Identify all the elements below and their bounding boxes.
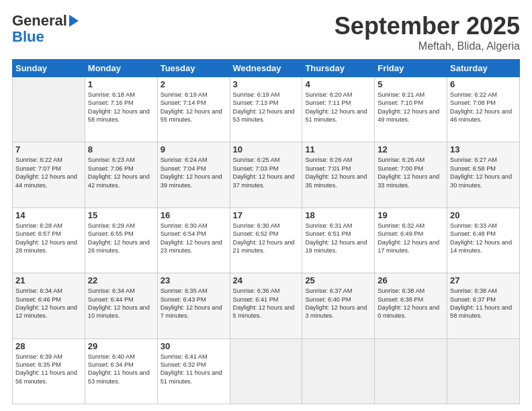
cell-details: Sunrise: 6:38 AM Sunset: 6:38 PM Dayligh… — [378, 287, 444, 320]
day-number: 4 — [305, 79, 371, 89]
table-cell: 24Sunrise: 6:36 AM Sunset: 6:41 PM Dayli… — [230, 273, 302, 338]
cell-details: Sunrise: 6:19 AM Sunset: 7:13 PM Dayligh… — [233, 91, 300, 124]
day-number: 21 — [15, 275, 82, 285]
month-title: September 2025 — [335, 12, 520, 40]
table-cell: 1Sunrise: 6:18 AM Sunset: 7:16 PM Daylig… — [85, 77, 157, 142]
day-number: 13 — [450, 144, 517, 154]
day-number: 23 — [161, 275, 227, 285]
table-cell: 22Sunrise: 6:34 AM Sunset: 6:44 PM Dayli… — [85, 273, 157, 338]
calendar-header-row: Sunday Monday Tuesday Wednesday Thursday… — [13, 60, 520, 77]
table-cell — [447, 338, 520, 404]
table-cell: 10Sunrise: 6:25 AM Sunset: 7:03 PM Dayli… — [230, 142, 302, 208]
day-number: 5 — [378, 79, 444, 89]
table-cell: 5Sunrise: 6:21 AM Sunset: 7:10 PM Daylig… — [375, 77, 447, 142]
cell-details: Sunrise: 6:22 AM Sunset: 7:08 PM Dayligh… — [450, 91, 517, 124]
day-number: 17 — [233, 210, 300, 220]
day-number: 25 — [305, 275, 371, 285]
day-number: 27 — [450, 275, 517, 285]
table-cell: 12Sunrise: 6:26 AM Sunset: 7:00 PM Dayli… — [375, 142, 447, 208]
cell-details: Sunrise: 6:32 AM Sunset: 6:49 PM Dayligh… — [378, 222, 444, 255]
col-saturday: Saturday — [447, 60, 520, 77]
table-cell: 4Sunrise: 6:20 AM Sunset: 7:11 PM Daylig… — [302, 77, 375, 142]
day-number: 7 — [15, 144, 82, 154]
table-cell: 11Sunrise: 6:26 AM Sunset: 7:01 PM Dayli… — [302, 142, 375, 208]
col-wednesday: Wednesday — [230, 60, 302, 77]
table-cell: 25Sunrise: 6:37 AM Sunset: 6:40 PM Dayli… — [302, 273, 375, 338]
col-friday: Friday — [375, 60, 447, 77]
table-cell — [230, 338, 302, 404]
day-number: 15 — [88, 210, 154, 220]
day-number: 10 — [233, 144, 300, 154]
logo: General Blue — [12, 12, 79, 46]
cell-details: Sunrise: 6:40 AM Sunset: 6:34 PM Dayligh… — [88, 353, 154, 386]
logo-line2: Blue — [12, 28, 44, 46]
cell-details: Sunrise: 6:29 AM Sunset: 6:55 PM Dayligh… — [88, 222, 154, 255]
day-number: 30 — [161, 341, 227, 351]
day-number: 26 — [378, 275, 444, 285]
table-cell: 3Sunrise: 6:19 AM Sunset: 7:13 PM Daylig… — [230, 77, 302, 142]
day-number: 29 — [88, 341, 154, 351]
day-number: 22 — [88, 275, 154, 285]
location: Meftah, Blida, Algeria — [335, 40, 520, 52]
table-cell: 15Sunrise: 6:29 AM Sunset: 6:55 PM Dayli… — [85, 208, 157, 273]
table-cell: 27Sunrise: 6:38 AM Sunset: 6:37 PM Dayli… — [447, 273, 520, 338]
table-cell: 21Sunrise: 6:34 AM Sunset: 6:46 PM Dayli… — [13, 273, 85, 338]
cell-details: Sunrise: 6:23 AM Sunset: 7:06 PM Dayligh… — [88, 156, 154, 189]
table-cell: 14Sunrise: 6:28 AM Sunset: 6:57 PM Dayli… — [13, 208, 85, 273]
table-cell: 18Sunrise: 6:31 AM Sunset: 6:51 PM Dayli… — [302, 208, 375, 273]
table-cell: 8Sunrise: 6:23 AM Sunset: 7:06 PM Daylig… — [85, 142, 157, 208]
cell-details: Sunrise: 6:30 AM Sunset: 6:52 PM Dayligh… — [233, 222, 300, 255]
cell-details: Sunrise: 6:26 AM Sunset: 7:01 PM Dayligh… — [305, 156, 371, 189]
table-cell: 6Sunrise: 6:22 AM Sunset: 7:08 PM Daylig… — [447, 77, 520, 142]
table-cell: 29Sunrise: 6:40 AM Sunset: 6:34 PM Dayli… — [85, 338, 157, 404]
cell-details: Sunrise: 6:26 AM Sunset: 7:00 PM Dayligh… — [378, 156, 444, 189]
page: General Blue September 2025 Meftah, Blid… — [0, 0, 532, 411]
cell-details: Sunrise: 6:30 AM Sunset: 6:54 PM Dayligh… — [161, 222, 227, 255]
day-number: 28 — [15, 341, 82, 351]
table-cell: 13Sunrise: 6:27 AM Sunset: 6:58 PM Dayli… — [447, 142, 520, 208]
day-number: 20 — [450, 210, 517, 220]
cell-details: Sunrise: 6:41 AM Sunset: 6:32 PM Dayligh… — [161, 353, 227, 386]
cell-details: Sunrise: 6:39 AM Sunset: 6:35 PM Dayligh… — [15, 353, 82, 386]
table-cell: 9Sunrise: 6:24 AM Sunset: 7:04 PM Daylig… — [157, 142, 230, 208]
cell-details: Sunrise: 6:28 AM Sunset: 6:57 PM Dayligh… — [15, 222, 82, 255]
cell-details: Sunrise: 6:35 AM Sunset: 6:43 PM Dayligh… — [161, 287, 227, 320]
col-monday: Monday — [85, 60, 157, 77]
day-number: 1 — [88, 79, 154, 89]
logo-general: General — [12, 12, 67, 30]
table-cell: 2Sunrise: 6:19 AM Sunset: 7:14 PM Daylig… — [157, 77, 230, 142]
table-cell: 28Sunrise: 6:39 AM Sunset: 6:35 PM Dayli… — [13, 338, 85, 404]
logo-line1: General — [12, 12, 79, 30]
col-thursday: Thursday — [302, 60, 375, 77]
table-cell: 17Sunrise: 6:30 AM Sunset: 6:52 PM Dayli… — [230, 208, 302, 273]
day-number: 6 — [450, 79, 517, 89]
table-cell: 16Sunrise: 6:30 AM Sunset: 6:54 PM Dayli… — [157, 208, 230, 273]
table-cell — [13, 77, 85, 142]
cell-details: Sunrise: 6:27 AM Sunset: 6:58 PM Dayligh… — [450, 156, 517, 189]
table-cell — [302, 338, 375, 404]
day-number: 3 — [233, 79, 300, 89]
day-number: 9 — [161, 144, 227, 154]
cell-details: Sunrise: 6:33 AM Sunset: 6:48 PM Dayligh… — [450, 222, 517, 255]
cell-details: Sunrise: 6:31 AM Sunset: 6:51 PM Dayligh… — [305, 222, 371, 255]
table-cell: 30Sunrise: 6:41 AM Sunset: 6:32 PM Dayli… — [157, 338, 230, 404]
day-number: 18 — [305, 210, 371, 220]
day-number: 16 — [161, 210, 227, 220]
cell-details: Sunrise: 6:37 AM Sunset: 6:40 PM Dayligh… — [305, 287, 371, 320]
table-cell: 20Sunrise: 6:33 AM Sunset: 6:48 PM Dayli… — [447, 208, 520, 273]
day-number: 14 — [15, 210, 82, 220]
day-number: 12 — [378, 144, 444, 154]
cell-details: Sunrise: 6:22 AM Sunset: 7:07 PM Dayligh… — [15, 156, 82, 189]
cell-details: Sunrise: 6:34 AM Sunset: 6:46 PM Dayligh… — [15, 287, 82, 320]
cell-details: Sunrise: 6:38 AM Sunset: 6:37 PM Dayligh… — [450, 287, 517, 320]
col-sunday: Sunday — [13, 60, 85, 77]
table-cell: 19Sunrise: 6:32 AM Sunset: 6:49 PM Dayli… — [375, 208, 447, 273]
cell-details: Sunrise: 6:25 AM Sunset: 7:03 PM Dayligh… — [233, 156, 300, 189]
table-cell: 7Sunrise: 6:22 AM Sunset: 7:07 PM Daylig… — [13, 142, 85, 208]
table-cell: 23Sunrise: 6:35 AM Sunset: 6:43 PM Dayli… — [157, 273, 230, 338]
logo-arrow-icon — [69, 15, 79, 27]
table-cell — [375, 338, 447, 404]
header: General Blue September 2025 Meftah, Blid… — [12, 12, 520, 52]
cell-details: Sunrise: 6:21 AM Sunset: 7:10 PM Dayligh… — [378, 91, 444, 124]
cell-details: Sunrise: 6:36 AM Sunset: 6:41 PM Dayligh… — [233, 287, 300, 320]
